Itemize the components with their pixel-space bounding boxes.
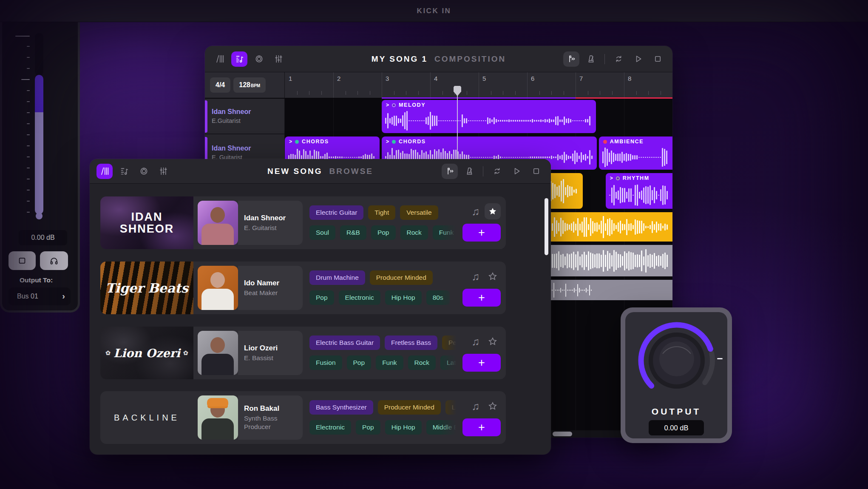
waveform-bar bbox=[603, 250, 604, 272]
loop-ring-button[interactable] bbox=[251, 51, 267, 67]
play-button[interactable] bbox=[508, 164, 525, 179]
waveform-bar bbox=[552, 223, 553, 231]
rhythm-clip[interactable]: >RHYTHM bbox=[606, 173, 672, 209]
loop-button[interactable] bbox=[489, 164, 505, 179]
output-knob-panel: OUTPUT 0.00 dB bbox=[621, 307, 732, 443]
chevron-right-icon[interactable]: > bbox=[289, 139, 292, 144]
waveform-bar bbox=[564, 223, 566, 231]
waveform-bar bbox=[513, 157, 514, 158]
arrangement-button[interactable] bbox=[116, 164, 132, 179]
ruler-tick bbox=[418, 91, 419, 95]
monitor-button[interactable] bbox=[9, 251, 36, 270]
waveform-bar bbox=[637, 220, 638, 234]
arrangement-button[interactable] bbox=[231, 51, 247, 67]
favorite-button[interactable] bbox=[485, 333, 501, 350]
favorite-button[interactable] bbox=[485, 398, 501, 414]
waveform-bar bbox=[624, 224, 625, 230]
teal-status-dot[interactable] bbox=[392, 140, 396, 144]
add-musician-button[interactable]: + bbox=[462, 418, 501, 436]
waveform-bar bbox=[574, 288, 575, 293]
follow-playhead-button[interactable] bbox=[563, 51, 579, 67]
waveform-bar bbox=[483, 120, 484, 122]
clip-header: AMBIENCE bbox=[603, 139, 644, 145]
waveform-bar bbox=[498, 120, 499, 122]
chevron-right-icon[interactable]: > bbox=[386, 139, 389, 144]
waveform-bar bbox=[571, 253, 572, 269]
genre-chip: Electronic bbox=[309, 420, 351, 435]
waveform-bar bbox=[626, 153, 627, 161]
stop-button[interactable] bbox=[650, 51, 666, 67]
genre-tags-row: FusionPopFunkRockLatin bbox=[309, 355, 459, 370]
preview-audio-button[interactable]: ♫ bbox=[471, 206, 479, 217]
teal-status-dot[interactable] bbox=[295, 140, 299, 144]
level-meter-track[interactable] bbox=[35, 33, 43, 76]
waveform-bar bbox=[582, 222, 583, 233]
time-signature[interactable]: 4/4 bbox=[210, 77, 230, 93]
artist-logo-text: Lion Ozeri bbox=[113, 347, 180, 360]
fader-cap[interactable] bbox=[36, 213, 43, 219]
metronome-button[interactable] bbox=[461, 164, 477, 179]
gray-status-dot[interactable] bbox=[616, 176, 620, 180]
play-button[interactable] bbox=[630, 51, 646, 67]
timeline-ruler[interactable]: 12345678 bbox=[285, 72, 672, 99]
waveform-bar bbox=[660, 189, 661, 202]
melody-clip[interactable]: >MELODY bbox=[382, 100, 596, 133]
level-meter-fill bbox=[35, 75, 43, 112]
waveform-bar bbox=[545, 156, 546, 158]
strings-button[interactable] bbox=[96, 164, 113, 179]
output-bus-select[interactable]: Bus 01 › bbox=[9, 287, 71, 305]
stop-button[interactable] bbox=[528, 164, 544, 179]
waveform-bar bbox=[545, 119, 546, 123]
output-knob[interactable] bbox=[630, 313, 724, 407]
musician-card[interactable]: Lion OzeriLior OzeriE. BassistElectric B… bbox=[100, 327, 506, 379]
waveform-bar bbox=[574, 151, 576, 164]
musician-card[interactable]: BACKLINERon BakalSynth Bass ProducerBass… bbox=[100, 391, 506, 444]
waveform-bar bbox=[438, 120, 440, 122]
output-gain-value[interactable]: 0.00 dB bbox=[649, 420, 704, 435]
add-musician-button[interactable]: + bbox=[462, 354, 501, 372]
musician-card[interactable]: Tiger BeatsIdo NamerBeat MakerDrum Machi… bbox=[100, 262, 506, 314]
strings-button[interactable] bbox=[212, 51, 228, 67]
waveform-bar bbox=[567, 185, 568, 198]
browse-scrollbar[interactable] bbox=[545, 198, 548, 255]
loop-ring-button[interactable] bbox=[136, 164, 152, 179]
chevron-right-icon[interactable]: > bbox=[610, 176, 613, 181]
tag-chip: Producer Minded bbox=[378, 400, 441, 415]
ruler-tick bbox=[612, 91, 613, 95]
app-background: MY SONG 1COMPOSITION 4/4 128BPM 12345678… bbox=[0, 0, 868, 489]
genre-chip: Pop bbox=[371, 225, 396, 240]
loop-button[interactable] bbox=[610, 51, 627, 67]
favorite-button[interactable] bbox=[485, 203, 501, 219]
timeline-scrollbar-handle[interactable] bbox=[553, 432, 572, 436]
preview-audio-button[interactable]: ♫ bbox=[471, 401, 479, 412]
ambience-clip[interactable]: AMBIENCE bbox=[599, 136, 672, 170]
bpm-display[interactable]: 128BPM bbox=[233, 77, 266, 93]
waveform-bar bbox=[656, 256, 657, 266]
waveform-bar bbox=[569, 225, 570, 230]
waveform-bar bbox=[555, 117, 556, 125]
follow-playhead-button[interactable] bbox=[442, 164, 458, 179]
genre-chip: Pop bbox=[356, 420, 380, 435]
musician-card[interactable]: IDANSHNEORIdan ShneorE. GuitaristElectri… bbox=[100, 196, 506, 249]
waveform-bar bbox=[547, 119, 548, 122]
preview-audio-button[interactable]: ♫ bbox=[471, 336, 479, 347]
waveform bbox=[602, 147, 670, 168]
channel-gain-value[interactable]: 0.00 dB bbox=[19, 230, 67, 245]
preview-audio-button[interactable]: ♫ bbox=[471, 271, 479, 282]
favorite-button[interactable] bbox=[485, 268, 501, 284]
waveform-bar bbox=[636, 155, 638, 159]
stop-icon bbox=[532, 167, 541, 176]
mixer-button[interactable] bbox=[155, 164, 171, 179]
headphones-button[interactable] bbox=[40, 251, 68, 270]
waveform-bar bbox=[609, 195, 610, 196]
add-musician-button[interactable]: + bbox=[462, 289, 501, 307]
metronome-button[interactable] bbox=[583, 51, 599, 67]
add-musician-button[interactable]: + bbox=[462, 224, 501, 242]
primary-tags-row: Drum MachineProducer Minded bbox=[309, 270, 433, 285]
clip-header: >CHORDS bbox=[289, 139, 329, 145]
waveform-bar bbox=[391, 117, 393, 125]
violet-status-dot[interactable] bbox=[392, 103, 396, 107]
red-status-dot[interactable] bbox=[603, 140, 607, 144]
chevron-right-icon[interactable]: > bbox=[386, 102, 389, 108]
mixer-button[interactable] bbox=[270, 51, 286, 67]
